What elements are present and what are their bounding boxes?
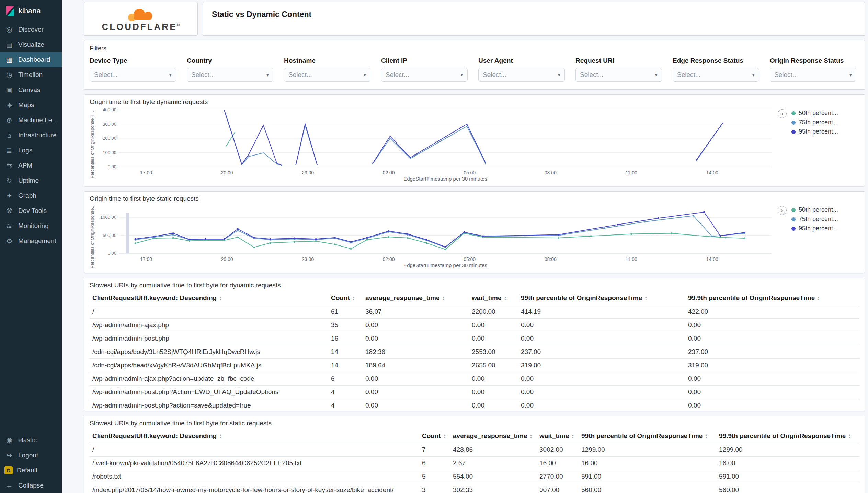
table-row: /wp-admin/admin-ajax.php350.000.000.000.…	[90, 319, 859, 332]
sort-icons: ▲▼	[504, 296, 507, 301]
filter-device-type-select[interactable]: Select...▾	[90, 68, 176, 82]
legend-toggle-button[interactable]: ›	[778, 206, 787, 215]
value-cell: 0.00	[518, 319, 685, 332]
svg-text:400.00: 400.00	[103, 107, 116, 112]
column-header-count[interactable]: Count▲▼	[419, 429, 450, 443]
sidebar-item-default[interactable]: DDefault	[0, 463, 62, 478]
legend-item-95th-percent[interactable]: 95th percent...	[791, 127, 859, 136]
discover-icon: ◎	[4, 25, 14, 34]
filter-edge-response-status-select[interactable]: Select...▾	[673, 68, 759, 82]
kibana-home-link[interactable]: kibana	[0, 0, 62, 22]
sidebar-item-elastic[interactable]: ◉elastic	[0, 433, 62, 448]
filter-user-agent-select[interactable]: Select...▾	[478, 68, 565, 82]
sidebar-item-discover[interactable]: ◎Discover	[0, 22, 62, 37]
legend-item-50th-percent[interactable]: 50th percent...	[791, 205, 859, 215]
value-cell: 7	[419, 443, 450, 457]
column-header-clientrequesturi-keyword-descending[interactable]: ClientRequestURI.keyword: Descending▲▼	[90, 291, 328, 305]
sidebar-item-label: Dev Tools	[18, 207, 47, 215]
sidebar-item-visualize[interactable]: ▤Visualize	[0, 37, 62, 52]
chevron-down-icon: ▾	[266, 72, 269, 78]
sidebar-item-label: Infrastructure	[18, 131, 57, 139]
value-cell: 0.00	[469, 372, 518, 386]
chart-title: Origin time to first byte static request…	[90, 195, 859, 203]
uri-cell: /wp-admin/admin-ajax.php?action=update_z…	[90, 372, 328, 386]
filter-request-uri-select[interactable]: Select...▾	[575, 68, 662, 82]
sidebar-item-canvas[interactable]: ▣Canvas	[0, 82, 62, 98]
sidebar-item-apm[interactable]: ⇆APM	[0, 158, 62, 173]
uri-cell: /wp-admin/admin-post.php	[90, 332, 328, 345]
legend-item-75th-percent[interactable]: 75th percent...	[791, 118, 859, 127]
sidebar-item-logout[interactable]: ↪Logout	[0, 448, 62, 463]
filters-label: Filters	[90, 45, 859, 52]
legend-dot-icon	[791, 227, 796, 231]
column-header-wait-time[interactable]: wait_time▲▼	[469, 291, 518, 305]
legend-toggle-button[interactable]: ›	[778, 109, 787, 118]
user-icon: ◉	[4, 436, 14, 444]
table-row: /index.php/2017/05/14/how-i-owned-my-mot…	[90, 483, 859, 493]
table-row: /cdn-cgi/apps/head/xVgyKhR-vV3dAUGhMqfBc…	[90, 359, 859, 372]
column-header-label: Count	[331, 294, 350, 301]
sidebar-item-label: Graph	[18, 192, 36, 199]
sort-icons: ▲▼	[219, 434, 222, 439]
sidebar-item-collapse[interactable]: ←Collapse	[0, 478, 62, 493]
column-header-average-response-time[interactable]: average_response_time▲▼	[450, 429, 537, 443]
sidebar-item-maps[interactable]: ◈Maps	[0, 98, 62, 113]
column-header-clientrequesturi-keyword-descending[interactable]: ClientRequestURI.keyword: Descending▲▼	[90, 429, 419, 443]
sidebar-item-dev-tools[interactable]: ⚒Dev Tools	[0, 203, 62, 218]
sidebar-item-label: Canvas	[18, 86, 40, 94]
sidebar-item-monitoring[interactable]: ≋Monitoring	[0, 218, 62, 233]
uri-cell: /cdn-cgi/apps/head/xVgyKhR-vV3dAUGhMqfBc…	[90, 359, 328, 372]
value-cell: 907.00	[537, 483, 579, 493]
svg-text:05:00: 05:00	[464, 256, 476, 262]
chevron-down-icon: ▾	[752, 72, 755, 78]
sidebar-item-graph[interactable]: ✦Graph	[0, 188, 62, 203]
filter-hostname-select[interactable]: Select...▾	[284, 68, 370, 82]
select-placeholder: Select...	[191, 71, 215, 79]
sidebar-item-dashboard[interactable]: ▦Dashboard	[0, 52, 62, 67]
value-cell: 4	[328, 386, 363, 399]
legend-item-50th-percent[interactable]: 50th percent...	[791, 108, 859, 118]
sidebar-item-infrastructure[interactable]: ⌂Infrastructure	[0, 128, 62, 143]
filter-label: Edge Response Status	[673, 57, 759, 65]
sidebar-nav: ◎Discover▤Visualize▦Dashboard◷Timelion▣C…	[0, 22, 62, 249]
uri-cell: /	[90, 443, 419, 457]
column-header-99th-percentile-of-originresponsetime[interactable]: 99th percentile of OriginResponseTime▲▼	[518, 291, 685, 305]
sidebar-item-label: Maps	[18, 101, 34, 109]
sidebar-item-label: Uptime	[18, 177, 39, 184]
column-header-99th-percentile-of-originresponsetime[interactable]: 99th percentile of OriginResponseTime▲▼	[579, 429, 716, 443]
sort-icons: ▲▼	[443, 434, 446, 439]
column-header-count[interactable]: Count▲▼	[328, 291, 363, 305]
legend-item-75th-percent[interactable]: 75th percent...	[791, 215, 859, 224]
filter-client-ip-select[interactable]: Select...▾	[381, 68, 468, 82]
chevron-down-icon: ▾	[558, 72, 560, 78]
sidebar-item-label: Dashboard	[18, 56, 50, 64]
logs-icon: ≣	[4, 146, 14, 154]
slowest-uris-static-table: ClientRequestURI.keyword: Descending▲▼Co…	[90, 429, 859, 493]
svg-text:23:00: 23:00	[302, 256, 314, 262]
sidebar-item-logs[interactable]: ≣Logs	[0, 143, 62, 158]
filter-country-select[interactable]: Select...▾	[187, 68, 273, 82]
column-header-99-9th-percentile-of-originresponsetime[interactable]: 99.9th percentile of OriginResponseTime▲…	[685, 291, 859, 305]
value-cell: 560.00	[579, 483, 716, 493]
sidebar-item-management[interactable]: ⚙Management	[0, 233, 62, 249]
sidebar-item-machine-le[interactable]: ⊛Machine Le...	[0, 113, 62, 128]
value-cell: 2553.00	[469, 345, 518, 359]
value-cell: 560.00	[716, 483, 859, 493]
chart-panel-dynamic: Origin time to first byte dynamic reques…	[84, 94, 865, 186]
sort-icons: ▲▼	[572, 434, 574, 439]
column-header-wait-time[interactable]: wait_time▲▼	[537, 429, 579, 443]
value-cell: 3	[419, 483, 450, 493]
column-header-average-response-time[interactable]: average_response_time▲▼	[363, 291, 469, 305]
filter-origin-response-status-select[interactable]: Select...▾	[770, 68, 856, 82]
value-cell: 1299.00	[579, 443, 716, 457]
value-cell: 0.00	[685, 372, 859, 386]
sidebar-item-label: Logout	[18, 451, 38, 459]
column-header-99-9th-percentile-of-originresponsetime[interactable]: 99.9th percentile of OriginResponseTime▲…	[716, 429, 859, 443]
sidebar-item-uptime[interactable]: ↻Uptime	[0, 173, 62, 188]
sort-icons: ▲▼	[848, 434, 851, 439]
legend-item-95th-percent[interactable]: 95th percent...	[791, 224, 859, 233]
value-cell: 61	[328, 305, 363, 319]
sidebar-item-timelion[interactable]: ◷Timelion	[0, 67, 62, 82]
legend-label: 95th percent...	[799, 225, 838, 232]
value-cell: 16.00	[537, 457, 579, 470]
